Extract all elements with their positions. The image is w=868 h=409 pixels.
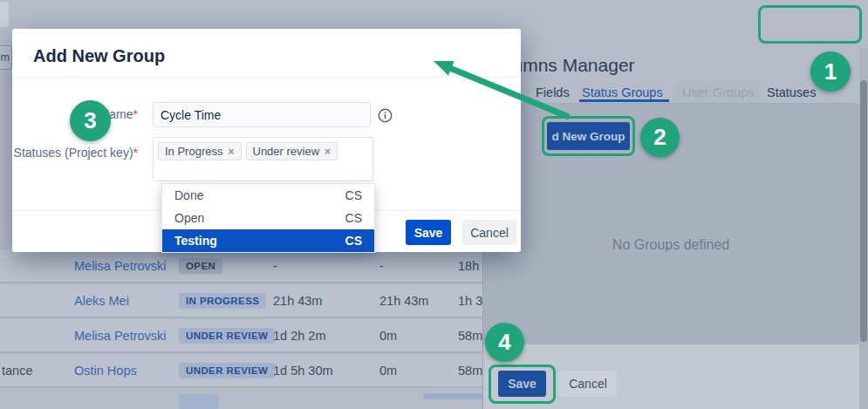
dropdown-option[interactable]: Open CS	[162, 207, 374, 229]
assignee-link[interactable]: Aleks Mei	[74, 294, 129, 308]
remove-tag-icon[interactable]: ×	[228, 146, 234, 158]
required-asterisk: *	[133, 146, 138, 160]
status-badge-partial	[179, 394, 219, 409]
dialog-header-divider	[12, 77, 521, 78]
vertical-scrollbar-thumb[interactable]	[860, 80, 867, 342]
dropdown-option-project: CS	[345, 211, 362, 225]
dropdown-option-label: Done	[174, 188, 203, 202]
tabs-divider	[522, 103, 857, 104]
screen: Format Calendar Export Columns -m Melisa…	[0, 0, 868, 409]
info-icon[interactable]	[378, 108, 393, 126]
tab-fields[interactable]: Fields	[536, 85, 570, 99]
dropdown-option-selected[interactable]: Testing CS	[162, 229, 374, 252]
statuses-label: Statuses (Project key)*	[12, 146, 138, 160]
table-row: Aleks Mei IN PROGRESS 21h 43m 21h 43m 1h…	[0, 285, 482, 318]
background-cut-field[interactable]: -m	[0, 45, 12, 70]
table-row: tance Ostin Hops UNDER REVIEW 1d 5h 30m …	[0, 355, 482, 388]
table-row: Melisa Petrovski OPEN - - 18h 5	[0, 250, 482, 283]
dialog-title: Add New Group	[33, 46, 165, 66]
annotation-outline-save	[489, 365, 556, 404]
assignee-link[interactable]: Melisa Petrovski	[74, 329, 167, 343]
annotation-badge-2: 2	[640, 118, 680, 157]
status-tag: Under review ×	[246, 142, 338, 160]
dialog-cancel-button[interactable]: Cancel	[462, 220, 516, 245]
tab-statuses[interactable]: Statuses	[767, 85, 816, 99]
dropdown-option-project: CS	[345, 188, 362, 202]
time-cell: 1d 5h 30m	[273, 364, 333, 378]
tab-user-groups[interactable]: User Groups	[682, 85, 754, 99]
required-asterisk: *	[133, 107, 138, 121]
annotation-badge-4: 4	[485, 323, 524, 362]
time-cell: 0m	[379, 329, 397, 343]
status-tag-label: Under review	[253, 145, 320, 158]
time-cell: 1d 2h 2m	[273, 329, 325, 343]
status-badge: OPEN	[179, 258, 222, 274]
time-cell: -	[273, 259, 277, 273]
dropdown-option-label: Open	[174, 211, 204, 225]
dropdown-option-project: CS	[345, 234, 362, 248]
name-input[interactable]	[153, 102, 371, 127]
status-badge: UNDER REVIEW	[179, 363, 275, 378]
assignee-link[interactable]: Melisa Petrovski	[74, 259, 167, 273]
status-tag: In Progress ×	[158, 142, 242, 160]
table-row: Melisa Petrovski UNDER REVIEW 1d 2h 2m 0…	[0, 320, 482, 353]
panel-cancel-button[interactable]: Cancel	[559, 371, 617, 397]
time-cell: 58m	[458, 329, 482, 343]
tab-status-groups[interactable]: Status Groups	[582, 85, 663, 99]
dialog-save-button[interactable]: Save	[406, 220, 451, 245]
active-tab-underline	[579, 99, 669, 102]
dropdown-option[interactable]: Done CS	[162, 184, 374, 207]
status-badge: IN PROGRESS	[179, 293, 266, 309]
time-cell: 21h 43m	[379, 294, 428, 308]
annotation-badge-3: 3	[70, 100, 111, 141]
toolbar-cut-button[interactable]	[0, 2, 9, 27]
dropdown-option-label: Testing	[174, 234, 217, 248]
issue-cell-partial: tance	[2, 364, 32, 378]
background-cut-field-text: -m	[0, 51, 10, 64]
time-cell: 21h 43m	[273, 294, 322, 308]
horizontal-scrollbar-thumb[interactable]	[423, 393, 482, 399]
remove-tag-icon[interactable]: ×	[325, 146, 331, 158]
time-cell: 0m	[379, 364, 397, 378]
empty-groups-message: No Groups defined	[482, 237, 859, 253]
assignee-link[interactable]: Ostin Hops	[74, 364, 137, 378]
statuses-dropdown: Done CS Open CS Testing CS	[161, 183, 375, 253]
time-cell: 58m	[458, 364, 482, 378]
annotation-outline-add-group	[542, 116, 635, 156]
annotation-outline-columns	[758, 5, 862, 44]
time-cell: -	[379, 259, 384, 273]
annotation-badge-1: 1	[810, 51, 851, 92]
status-badge: UNDER REVIEW	[179, 328, 275, 344]
status-tag-label: In Progress	[165, 145, 222, 158]
statuses-multiselect[interactable]: In Progress × Under review ×	[153, 137, 373, 181]
